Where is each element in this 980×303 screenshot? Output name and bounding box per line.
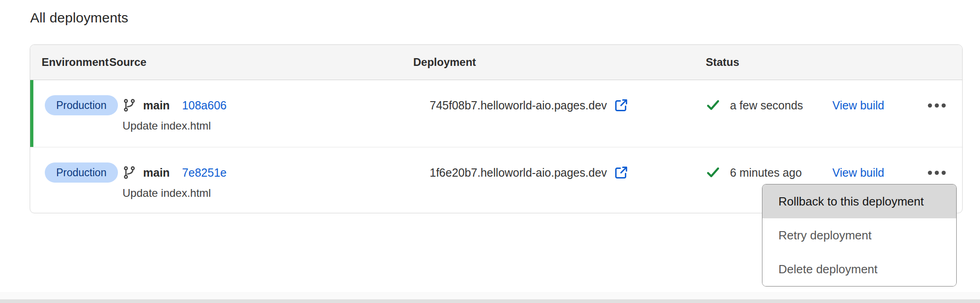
- page-bottom-edge: [0, 292, 980, 299]
- source-cell: main 108a606 Update index.html: [122, 80, 413, 147]
- column-header-environment: Environment: [42, 56, 109, 69]
- column-header-status: Status: [706, 56, 962, 69]
- column-header-deployment: Deployment: [413, 56, 706, 69]
- table-row: Production main 108a606 Update index.htm…: [30, 80, 962, 147]
- current-deployment-indicator: [30, 80, 33, 147]
- external-link-icon[interactable]: [614, 98, 628, 113]
- status-time: 6 minutes ago: [730, 166, 802, 179]
- external-link-icon[interactable]: [614, 165, 628, 180]
- commit-message: Update index.html: [122, 187, 413, 200]
- deployment-cell: 1f6e20b7.helloworld-aio.pages.dev: [430, 147, 706, 213]
- success-check-icon: [706, 98, 720, 113]
- branch-name: main: [143, 166, 170, 179]
- commit-link[interactable]: 108a606: [182, 99, 226, 112]
- deployment-url: 1f6e20b7.helloworld-aio.pages.dev: [430, 166, 607, 179]
- commit-link[interactable]: 7e8251e: [182, 166, 226, 179]
- status-time: a few seconds: [730, 99, 803, 112]
- success-check-icon: [706, 165, 720, 180]
- environment-badge: Production: [45, 162, 118, 183]
- source-cell: main 7e8251e Update index.html: [122, 147, 413, 213]
- more-actions-button[interactable]: [926, 166, 948, 179]
- environment-cell: Production: [42, 147, 109, 213]
- deployment-cell: 745f08b7.helloworld-aio.pages.dev: [430, 80, 706, 147]
- environment-cell: Production: [42, 80, 109, 147]
- page-title: All deployments: [30, 10, 128, 26]
- branch-name: main: [143, 99, 170, 112]
- menu-item-retry[interactable]: Retry deployment: [762, 218, 956, 252]
- environment-badge: Production: [45, 95, 118, 115]
- menu-item-delete[interactable]: Delete deployment: [762, 252, 956, 286]
- view-build-link[interactable]: View build: [832, 166, 884, 179]
- view-build-link[interactable]: View build: [832, 99, 884, 112]
- page-bottom-divider: [0, 299, 980, 303]
- menu-item-rollback[interactable]: Rollback to this deployment: [762, 184, 956, 218]
- deployment-actions-menu: Rollback to this deployment Retry deploy…: [762, 184, 957, 287]
- ellipsis-icon: [928, 103, 932, 108]
- status-cell: a few seconds View build: [706, 80, 962, 147]
- column-header-source: Source: [109, 56, 413, 69]
- table-header-row: Environment Source Deployment Status: [30, 45, 962, 80]
- more-actions-button[interactable]: [926, 99, 948, 112]
- deployment-url: 745f08b7.helloworld-aio.pages.dev: [430, 99, 607, 112]
- git-branch-icon: [122, 98, 136, 112]
- ellipsis-icon: [928, 171, 932, 175]
- commit-message: Update index.html: [122, 119, 413, 132]
- git-branch-icon: [122, 166, 136, 179]
